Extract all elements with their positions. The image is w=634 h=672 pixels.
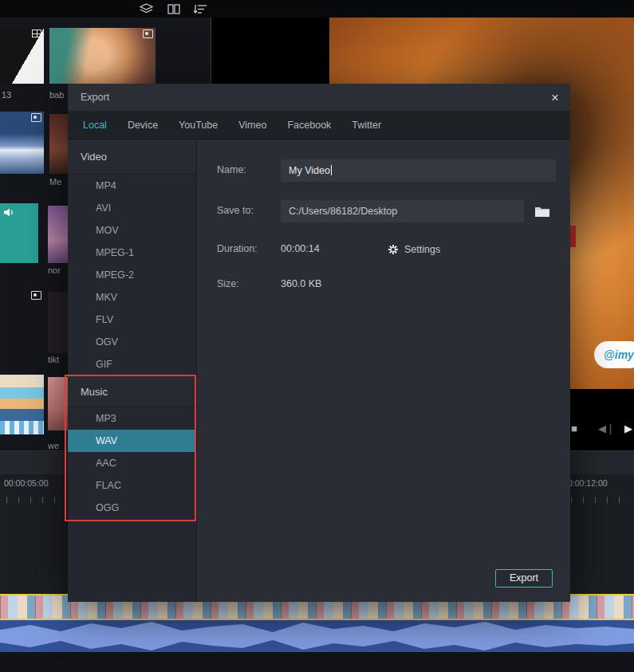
save-to-label: Save to: [217, 205, 254, 216]
split-view-icon[interactable] [167, 3, 180, 18]
dialog-header: Export × [68, 84, 570, 111]
format-mpeg1[interactable]: MPEG-1 [68, 242, 196, 264]
settings-label: Settings [404, 244, 440, 255]
format-mkv[interactable]: MKV [68, 286, 196, 308]
media-thumbnail[interactable] [48, 377, 68, 430]
ruler-ticks [6, 497, 66, 503]
media-thumbnail[interactable] [49, 114, 68, 174]
format-flv[interactable]: FLV [68, 308, 196, 331]
media-item-label: 13 [2, 90, 11, 100]
bottom-bar [0, 652, 634, 672]
settings-button[interactable]: Settings [388, 238, 440, 261]
tab-facebook[interactable]: Facebook [287, 120, 331, 131]
format-mp3[interactable]: MP3 [68, 407, 196, 430]
format-mov[interactable]: MOV [68, 219, 196, 242]
export-button[interactable]: Export [495, 569, 553, 588]
image-icon [31, 113, 41, 122]
close-icon[interactable]: × [551, 91, 559, 104]
speaker-icon [3, 206, 15, 221]
audio-waveform [0, 620, 634, 652]
format-mp4[interactable]: MP4 [68, 175, 196, 197]
tab-device[interactable]: Device [128, 120, 158, 131]
ruler-time-left: 00:00:05:00 [4, 478, 48, 488]
ruler-ticks [571, 497, 631, 503]
folder-icon [534, 206, 550, 218]
grid-icon [32, 29, 41, 37]
layers-icon[interactable] [140, 3, 153, 18]
audio-waveform-track[interactable] [0, 620, 634, 652]
video-section-header: Video [68, 140, 196, 175]
duration-label: Duration: [217, 243, 258, 254]
ruler-time-right: 0:00:12:00 [568, 478, 608, 488]
app-window: 13 bab Me nor tikt [0, 0, 634, 672]
grid-icon [32, 376, 41, 384]
tab-youtube[interactable]: YouTube [179, 120, 218, 131]
play-button[interactable]: ▶ [624, 422, 632, 434]
previous-frame-button[interactable]: ◀❘ [598, 422, 615, 434]
format-flac[interactable]: FLAC [68, 474, 196, 497]
image-icon [143, 29, 153, 38]
text-caret [331, 165, 332, 175]
stop-button[interactable]: ■ [571, 422, 577, 434]
tab-local[interactable]: Local [83, 120, 107, 131]
tab-vimeo[interactable]: Vimeo [238, 120, 266, 131]
image-icon [31, 291, 41, 300]
media-thumbnail[interactable] [0, 28, 44, 84]
media-item-label: we [48, 441, 59, 450]
media-item-label: nor [48, 265, 61, 275]
media-thumbnail[interactable] [0, 289, 44, 353]
name-label: Name: [217, 164, 246, 175]
format-ogv[interactable]: OGV [68, 331, 196, 353]
gear-icon [388, 244, 399, 255]
media-thumbnail[interactable] [0, 203, 38, 263]
save-path-input[interactable]: C:/Users/86182/Desktop [281, 200, 524, 222]
media-thumbnail[interactable] [0, 421, 44, 434]
dialog-title: Export [81, 92, 109, 103]
duration-value: 00:00:14 [281, 243, 320, 254]
export-target-tabs: Local Device YouTube Vimeo Facebook Twit… [68, 111, 570, 140]
media-thumbnail[interactable] [48, 292, 68, 353]
tab-twitter[interactable]: Twitter [352, 120, 381, 131]
watermark-badge: @imy [594, 341, 634, 368]
format-ogg[interactable]: OGG [68, 497, 196, 519]
media-thumbnail[interactable] [0, 375, 44, 421]
media-item-label: Me [49, 177, 61, 187]
playback-controls: ■ ◀❘ ▶ [562, 416, 634, 448]
size-value: 360.0 KB [281, 278, 321, 289]
media-item-label: bab [49, 90, 64, 100]
format-gif[interactable]: GIF [68, 353, 196, 375]
dialog-body: Video MP4 AVI MOV MPEG-1 MPEG-2 MKV FLV … [68, 140, 570, 602]
format-wav[interactable]: WAV [68, 430, 196, 452]
export-dialog: Export × Local Device YouTube Vimeo Face… [68, 84, 570, 602]
media-item-label: tikt [48, 355, 59, 364]
name-input[interactable]: My Video [281, 159, 556, 182]
top-toolbar [0, 0, 634, 18]
browse-folder-button[interactable] [531, 202, 553, 221]
size-label: Size: [217, 278, 239, 289]
format-sidebar: Video MP4 AVI MOV MPEG-1 MPEG-2 MKV FLV … [68, 140, 197, 602]
music-section-header: Music [68, 375, 196, 407]
format-aac[interactable]: AAC [68, 452, 196, 474]
media-thumbnail[interactable] [0, 112, 44, 174]
export-settings-panel: Name: My Video Save to: C:/Users/86182/D… [197, 140, 570, 602]
format-avi[interactable]: AVI [68, 197, 196, 219]
media-thumbnail[interactable] [49, 28, 156, 84]
media-thumbnail[interactable] [48, 206, 68, 263]
format-mpeg2[interactable]: MPEG-2 [68, 264, 196, 286]
sort-icon[interactable] [194, 3, 207, 18]
